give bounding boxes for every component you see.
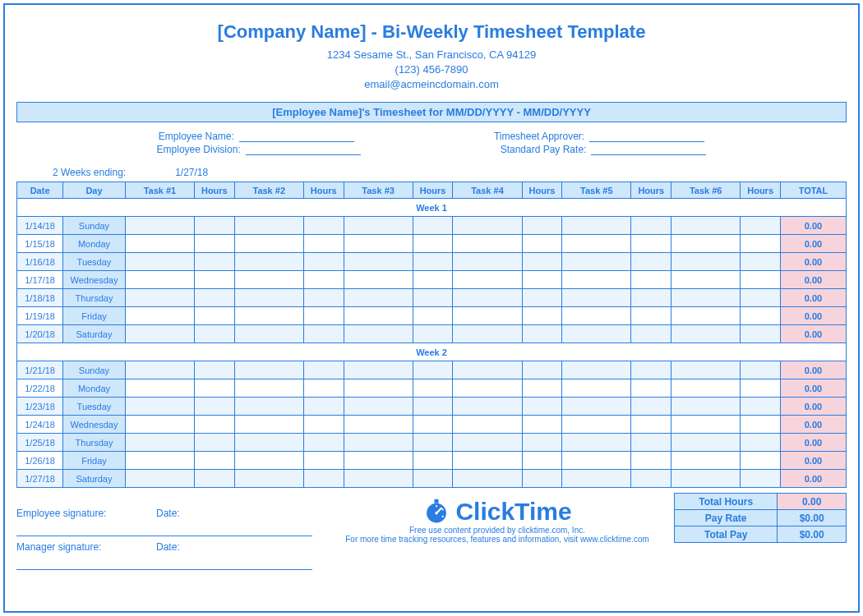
- hours-cell[interactable]: [413, 379, 453, 398]
- task-cell[interactable]: [234, 253, 303, 271]
- task-cell[interactable]: [234, 217, 303, 235]
- task-cell[interactable]: [562, 379, 631, 398]
- task-cell[interactable]: [562, 325, 631, 343]
- task-cell[interactable]: [125, 325, 194, 343]
- task-cell[interactable]: [125, 470, 194, 488]
- hours-cell[interactable]: [303, 470, 344, 488]
- task-cell[interactable]: [671, 235, 741, 253]
- hours-cell[interactable]: [195, 289, 235, 307]
- hours-cell[interactable]: [413, 416, 453, 434]
- hours-cell[interactable]: [631, 470, 671, 488]
- hours-cell[interactable]: [195, 217, 235, 235]
- task-cell[interactable]: [125, 217, 194, 235]
- hours-cell[interactable]: [195, 470, 235, 488]
- hours-cell[interactable]: [413, 217, 453, 235]
- task-cell[interactable]: [562, 434, 631, 452]
- hours-cell[interactable]: [195, 307, 235, 325]
- hours-cell[interactable]: [195, 361, 235, 379]
- task-cell[interactable]: [562, 398, 631, 416]
- hours-cell[interactable]: [303, 398, 344, 416]
- task-cell[interactable]: [671, 470, 741, 488]
- employee-name-field[interactable]: [239, 131, 354, 142]
- task-cell[interactable]: [453, 379, 522, 398]
- task-cell[interactable]: [234, 235, 303, 253]
- employee-division-field[interactable]: [246, 144, 361, 155]
- task-cell[interactable]: [125, 416, 194, 434]
- task-cell[interactable]: [453, 416, 522, 434]
- task-cell[interactable]: [453, 289, 522, 307]
- hours-cell[interactable]: [303, 217, 344, 235]
- hours-cell[interactable]: [631, 235, 671, 253]
- task-cell[interactable]: [671, 307, 741, 325]
- hours-cell[interactable]: [631, 379, 671, 398]
- task-cell[interactable]: [453, 434, 522, 452]
- employee-signature-line[interactable]: [16, 536, 312, 536]
- task-cell[interactable]: [125, 361, 194, 379]
- task-cell[interactable]: [562, 271, 631, 289]
- task-cell[interactable]: [453, 217, 522, 235]
- task-cell[interactable]: [344, 235, 413, 253]
- hours-cell[interactable]: [413, 307, 453, 325]
- task-cell[interactable]: [344, 470, 413, 488]
- task-cell[interactable]: [234, 379, 303, 398]
- hours-cell[interactable]: [522, 470, 562, 488]
- hours-cell[interactable]: [522, 253, 562, 271]
- task-cell[interactable]: [234, 434, 303, 452]
- task-cell[interactable]: [671, 289, 741, 307]
- task-cell[interactable]: [453, 470, 522, 488]
- task-cell[interactable]: [562, 217, 631, 235]
- task-cell[interactable]: [671, 361, 741, 379]
- hours-cell[interactable]: [631, 289, 671, 307]
- task-cell[interactable]: [671, 416, 741, 434]
- task-cell[interactable]: [234, 361, 303, 379]
- hours-cell[interactable]: [631, 452, 671, 470]
- hours-cell[interactable]: [522, 379, 562, 398]
- task-cell[interactable]: [562, 289, 631, 307]
- hours-cell[interactable]: [195, 379, 235, 398]
- hours-cell[interactable]: [303, 379, 344, 398]
- hours-cell[interactable]: [741, 217, 781, 235]
- hours-cell[interactable]: [522, 452, 562, 470]
- hours-cell[interactable]: [413, 361, 453, 379]
- task-cell[interactable]: [234, 416, 303, 434]
- task-cell[interactable]: [671, 434, 741, 452]
- hours-cell[interactable]: [631, 361, 671, 379]
- task-cell[interactable]: [344, 452, 413, 470]
- hours-cell[interactable]: [631, 398, 671, 416]
- task-cell[interactable]: [671, 398, 741, 416]
- approver-field[interactable]: [589, 131, 704, 142]
- task-cell[interactable]: [671, 217, 741, 235]
- task-cell[interactable]: [453, 452, 522, 470]
- hours-cell[interactable]: [413, 289, 453, 307]
- hours-cell[interactable]: [413, 325, 453, 343]
- hours-cell[interactable]: [741, 416, 781, 434]
- hours-cell[interactable]: [303, 416, 344, 434]
- hours-cell[interactable]: [522, 398, 562, 416]
- task-cell[interactable]: [562, 253, 631, 271]
- hours-cell[interactable]: [303, 253, 344, 271]
- hours-cell[interactable]: [741, 470, 781, 488]
- hours-cell[interactable]: [522, 416, 562, 434]
- task-cell[interactable]: [234, 289, 303, 307]
- task-cell[interactable]: [671, 379, 741, 398]
- hours-cell[interactable]: [413, 434, 453, 452]
- hours-cell[interactable]: [741, 307, 781, 325]
- task-cell[interactable]: [234, 452, 303, 470]
- hours-cell[interactable]: [195, 452, 235, 470]
- standard-pay-rate-field[interactable]: [591, 144, 706, 155]
- hours-cell[interactable]: [631, 271, 671, 289]
- task-cell[interactable]: [344, 289, 413, 307]
- hours-cell[interactable]: [741, 379, 781, 398]
- task-cell[interactable]: [344, 416, 413, 434]
- hours-cell[interactable]: [741, 325, 781, 343]
- hours-cell[interactable]: [303, 289, 344, 307]
- task-cell[interactable]: [125, 307, 194, 325]
- task-cell[interactable]: [344, 379, 413, 398]
- hours-cell[interactable]: [303, 434, 344, 452]
- task-cell[interactable]: [234, 325, 303, 343]
- hours-cell[interactable]: [741, 289, 781, 307]
- hours-cell[interactable]: [631, 434, 671, 452]
- hours-cell[interactable]: [413, 452, 453, 470]
- task-cell[interactable]: [125, 398, 194, 416]
- task-cell[interactable]: [125, 434, 194, 452]
